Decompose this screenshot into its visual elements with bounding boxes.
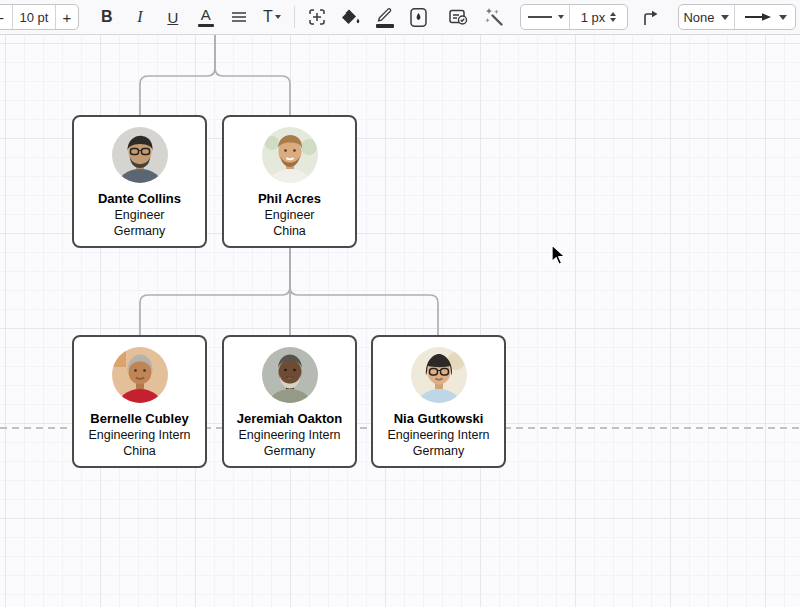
node-role: Engineering Intern (387, 427, 489, 443)
fit-crosshair-button[interactable] (302, 3, 332, 31)
node-country: Germany (413, 443, 464, 459)
edit-style-icon (448, 7, 469, 27)
arrow-end-dropdown[interactable] (734, 5, 795, 29)
magic-wand-icon (484, 7, 505, 27)
diagram-canvas[interactable]: Dante Collins Engineer Germany Phil Acre… (0, 35, 800, 607)
fill-color-bucket-icon (340, 8, 361, 27)
toolbar-separator (294, 6, 295, 28)
shadow-droplet-icon (409, 7, 428, 28)
node-role: Engineering Intern (88, 427, 190, 443)
crosshair-fit-icon (307, 7, 327, 27)
node-name: Nia Gutkowski (394, 411, 484, 427)
vertical-align-icon: T (263, 8, 281, 26)
arrow-end-icon (743, 12, 773, 22)
font-size-decrease-button[interactable]: - (0, 5, 12, 29)
node-role: Engineering Intern (238, 427, 340, 443)
avatar-photo-jeremiah (262, 347, 318, 403)
line-style-icon (527, 15, 553, 19)
underline-button[interactable]: U (158, 3, 188, 31)
font-size-increase-button[interactable]: + (55, 5, 78, 29)
edit-style-button[interactable] (444, 3, 474, 31)
font-size-value[interactable]: 10 pt (12, 5, 55, 29)
org-node-phil-acres[interactable]: Phil Acres Engineer China (222, 115, 357, 248)
italic-button[interactable]: I (125, 3, 155, 31)
line-color-pencil-icon (375, 6, 395, 28)
node-name: Bernelle Cubley (90, 411, 188, 427)
font-size-control: - 10 pt + (0, 4, 79, 30)
avatar-photo-bernelle (112, 347, 168, 403)
org-node-bernelle-cubley[interactable]: Bernelle Cubley Engineering Intern China (72, 335, 207, 468)
connector-edge-parent-phil[interactable] (215, 35, 290, 115)
avatar-photo-dante (112, 127, 168, 183)
magic-wand-button[interactable] (480, 3, 510, 31)
bold-button[interactable]: B (92, 3, 122, 31)
mouse-cursor-icon (551, 244, 567, 266)
bold-label: B (101, 8, 113, 26)
italic-label: I (137, 8, 142, 26)
waypoint-style-button[interactable] (636, 3, 666, 31)
connection-value: None (683, 10, 714, 25)
fill-color-button[interactable] (336, 3, 366, 31)
stroke-width-stepper[interactable]: 1 px (569, 5, 626, 29)
org-node-dante-collins[interactable]: Dante Collins Engineer Germany (72, 115, 207, 248)
node-country: China (273, 223, 306, 239)
line-style-control: 1 px (520, 4, 628, 30)
underline-label: U (167, 9, 178, 26)
org-node-jeremiah-oakton[interactable]: Jeremiah Oakton Engineering Intern Germa… (222, 335, 357, 468)
node-name: Phil Acres (258, 191, 321, 207)
avatar-photo-phil (262, 127, 318, 183)
shadow-button[interactable] (404, 3, 434, 31)
node-role: Engineer (114, 207, 164, 223)
node-country: Germany (264, 443, 315, 459)
node-name: Dante Collins (98, 191, 181, 207)
horizontal-align-icon (230, 10, 248, 24)
connector-edge-phil-bernelle[interactable] (140, 248, 290, 335)
horizontal-align-button[interactable] (224, 3, 254, 31)
connector-edge-parent-dante[interactable] (140, 35, 215, 115)
font-color-button[interactable]: A (191, 3, 221, 31)
waypoint-connector-icon (641, 8, 660, 26)
vertical-align-button[interactable]: T (257, 3, 287, 31)
avatar-photo-nia (411, 347, 467, 403)
node-role: Engineer (264, 207, 314, 223)
connection-dropdown[interactable]: None (679, 5, 734, 29)
org-node-nia-gutkowski[interactable]: Nia Gutkowski Engineering Intern Germany (371, 335, 506, 468)
line-color-button[interactable] (370, 3, 400, 31)
stroke-width-spinner-icon (610, 12, 616, 22)
connector-edge-phil-nia[interactable] (290, 248, 438, 335)
format-toolbar: - 10 pt + B I U A T (0, 0, 800, 35)
node-country: China (123, 443, 156, 459)
node-country: Germany (114, 223, 165, 239)
node-name: Jeremiah Oakton (237, 411, 343, 427)
font-color-icon: A (198, 7, 214, 28)
connection-control: None (678, 4, 796, 30)
line-style-dropdown[interactable] (521, 5, 570, 29)
stroke-width-value: 1 px (581, 10, 606, 25)
